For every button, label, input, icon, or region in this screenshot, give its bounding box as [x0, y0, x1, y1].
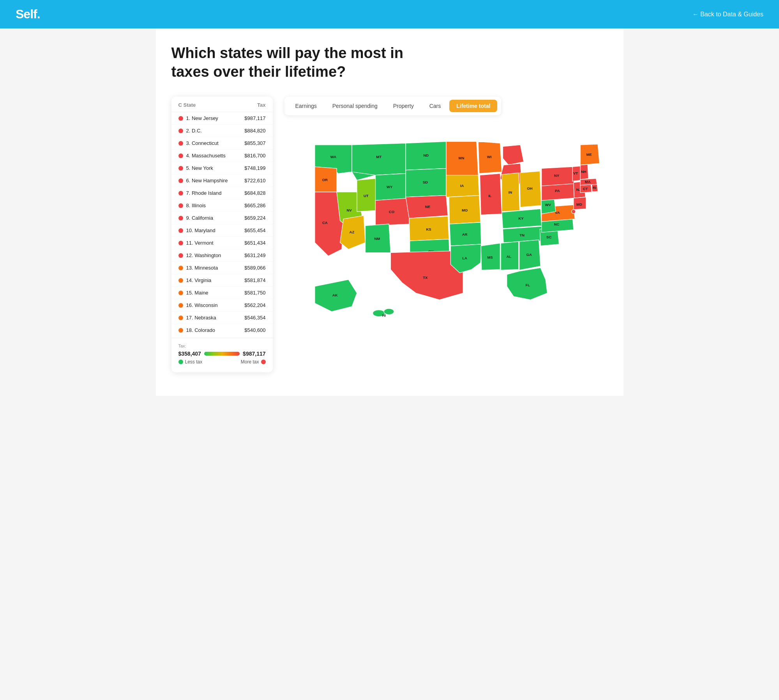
state-dot: [178, 228, 183, 233]
svg-point-99: [384, 309, 394, 315]
filter-tabs: EarningsPersonal spendingPropertyCarsLif…: [284, 97, 502, 115]
table-row[interactable]: 5. New York $748,199: [171, 162, 273, 175]
state-info: 5. New York: [178, 165, 213, 171]
svg-marker-77: [541, 167, 574, 186]
svg-marker-91: [580, 185, 592, 193]
legend-gradient: [204, 352, 240, 356]
table-row[interactable]: 2. D.C. $884,820: [171, 125, 273, 137]
legend-min: $358,407: [178, 351, 201, 357]
state-name: 17. Nebraska: [186, 315, 216, 321]
us-map-svg: WA OR CA NV ID MT: [284, 125, 608, 327]
state-name: 9. California: [186, 215, 213, 221]
tax-value: $987,117: [244, 115, 265, 121]
table-row[interactable]: 16. Wisconsin $562,204: [171, 299, 273, 312]
col-state-label: C State: [178, 102, 196, 108]
table-row[interactable]: 12. Washington $631,249: [171, 249, 273, 262]
state-name: 4. Massachusetts: [186, 153, 226, 159]
tab-lifetime_total[interactable]: Lifetime total: [449, 100, 497, 112]
svg-marker-24: [406, 168, 446, 197]
state-info: 6. New Hampshire: [178, 178, 228, 183]
svg-marker-51: [502, 173, 519, 212]
page-content: Which states will pay the most in taxes …: [156, 28, 624, 396]
state-dot: [178, 129, 183, 133]
state-info: 1. New Jersey: [178, 115, 218, 121]
table-row[interactable]: 6. New Hampshire $722,610: [171, 175, 273, 187]
table-row[interactable]: 13. Minnesota $589,066: [171, 262, 273, 274]
state-dot: [178, 203, 183, 208]
tax-value: $562,204: [244, 302, 265, 308]
tab-property[interactable]: Property: [386, 100, 421, 112]
state-name: 2. D.C.: [186, 128, 202, 134]
svg-marker-59: [481, 243, 500, 270]
state-info: 8. Illinois: [178, 203, 206, 208]
sidebar-table: C State Tax 1. New Jersey $987,117 2. D.…: [171, 97, 273, 372]
svg-marker-85: [580, 164, 588, 180]
svg-marker-83: [580, 144, 599, 165]
table-row[interactable]: 17. Nebraska $546,354: [171, 312, 273, 324]
table-row[interactable]: 1. New Jersey $987,117: [171, 112, 273, 125]
tab-personal_spending[interactable]: Personal spending: [325, 100, 385, 112]
logo: Self.: [16, 7, 40, 21]
svg-point-98: [373, 310, 385, 317]
state-info: 9. California: [178, 215, 213, 221]
table-row[interactable]: 18. Colorado $540,600: [171, 324, 273, 336]
state-name: 5. New York: [186, 165, 213, 171]
state-info: 17. Nebraska: [178, 315, 216, 321]
state-dot: [178, 328, 183, 333]
state-name: 14. Virginia: [186, 277, 212, 283]
tab-earnings[interactable]: Earnings: [288, 100, 324, 112]
tax-value: $540,600: [244, 327, 265, 333]
main-layout: C State Tax 1. New Jersey $987,117 2. D.…: [171, 97, 608, 372]
table-row[interactable]: 7. Rhode Island $684,828: [171, 187, 273, 199]
page-title: Which states will pay the most in taxes …: [171, 44, 444, 81]
svg-marker-65: [507, 268, 547, 300]
svg-marker-22: [406, 141, 446, 170]
state-dot: [178, 278, 183, 283]
state-name: 10. Maryland: [186, 227, 216, 233]
state-name: 16. Wisconsin: [186, 302, 218, 308]
state-name: 3. Connecticut: [186, 140, 219, 146]
legend-max: $987,117: [243, 351, 265, 357]
legend: Tax: $358,407 $987,117 Less tax More tax: [171, 338, 273, 366]
svg-marker-93: [592, 184, 598, 192]
table-row[interactable]: 10. Maryland $655,454: [171, 224, 273, 237]
state-name: 11. Vermont: [186, 240, 214, 246]
svg-marker-96: [314, 280, 357, 312]
svg-marker-2: [314, 167, 336, 192]
table-row[interactable]: 15. Maine $581,750: [171, 287, 273, 299]
table-row[interactable]: 4. Massachusetts $816,700: [171, 150, 273, 162]
state-dot: [178, 316, 183, 320]
legend-bottom: Less tax More tax: [178, 359, 266, 365]
state-name: 6. New Hampshire: [186, 178, 228, 183]
state-name: 1. New Jersey: [186, 115, 218, 121]
back-link[interactable]: ← Back to Data & Guides: [692, 11, 763, 18]
tax-value: $581,874: [244, 277, 265, 283]
svg-marker-20: [365, 224, 390, 252]
state-dot: [178, 166, 183, 171]
svg-point-95: [571, 210, 575, 213]
tax-value: $651,434: [244, 240, 265, 246]
state-info: 13. Minnesota: [178, 265, 218, 271]
tax-value: $655,454: [244, 227, 265, 233]
tab-cars[interactable]: Cars: [422, 100, 448, 112]
svg-marker-87: [572, 166, 580, 181]
svg-marker-34: [446, 141, 478, 175]
tax-value: $581,750: [244, 290, 265, 296]
state-info: 12. Washington: [178, 252, 221, 258]
table-row[interactable]: 3. Connecticut $855,307: [171, 137, 273, 150]
svg-marker-46: [503, 145, 524, 165]
state-dot: [178, 216, 183, 220]
table-row[interactable]: 9. California $659,224: [171, 212, 273, 224]
legend-less: Less tax: [178, 359, 203, 365]
state-info: 18. Colorado: [178, 327, 215, 333]
table-row[interactable]: 14. Virginia $581,874: [171, 274, 273, 287]
state-dot: [178, 253, 183, 258]
svg-marker-14: [357, 178, 375, 212]
state-name: 7. Rhode Island: [186, 190, 222, 196]
svg-marker-49: [480, 173, 502, 215]
legend-more: More tax: [241, 359, 266, 365]
state-name: 13. Minnesota: [186, 265, 218, 271]
table-row[interactable]: 8. Illinois $665,286: [171, 199, 273, 212]
tax-value: $816,700: [244, 153, 265, 159]
table-row[interactable]: 11. Vermont $651,434: [171, 237, 273, 249]
